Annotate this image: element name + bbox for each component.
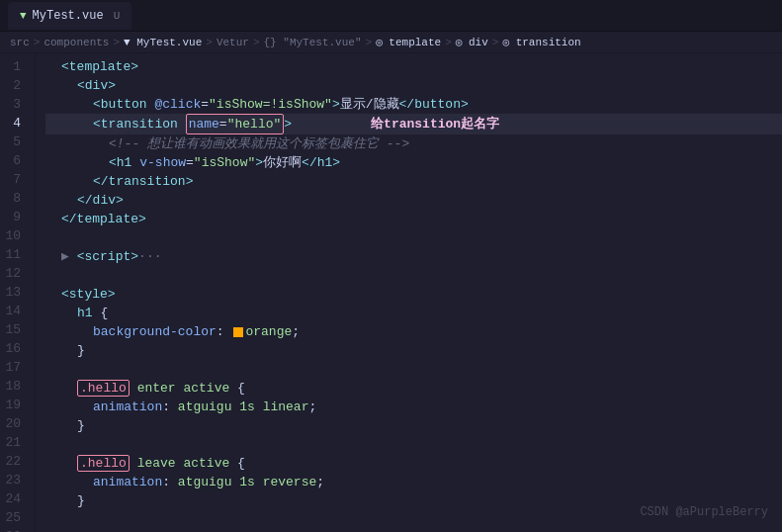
breadcrumb-components: components (43, 37, 109, 48)
code-area: <template> <div> <button @click="isShow=… (36, 53, 782, 532)
breadcrumb-transition: ◎ transition (502, 36, 580, 48)
tab[interactable]: ▼ MyTest.vue U (8, 2, 131, 30)
breadcrumb-div: ◎ div (456, 36, 488, 48)
code-line-18: .hello enter active { (45, 379, 782, 398)
code-line-14: h1 { (45, 304, 782, 322)
code-line-10 (45, 228, 782, 247)
annotation-text: 给transition起名字 (371, 115, 499, 133)
code-line-8: </div> (45, 191, 782, 210)
tab-v-icon: ▼ (20, 10, 27, 22)
line-numbers: 1 2 3 4 5 6 7 8 9 10 11 12 13 14 15 16 1… (0, 53, 36, 532)
code-line-2: <div> (45, 76, 782, 95)
breadcrumb-file: ▼ MyTest.vue (124, 37, 202, 48)
code-line-13: <style> (45, 285, 782, 304)
code-line-9: </template> (45, 210, 782, 228)
color-swatch-orange (233, 327, 243, 337)
breadcrumb: src > components > ▼ MyTest.vue > Vetur … (0, 32, 782, 53)
code-line-15: background-color: orange; (45, 322, 782, 341)
code-line-19: animation: atguigu 1s linear; (45, 398, 782, 416)
code-line-21 (45, 435, 782, 454)
breadcrumb-vetur: Vetur (217, 37, 249, 48)
code-line-16: } (45, 341, 782, 360)
title-bar: ▼ MyTest.vue U (0, 0, 782, 32)
code-line-7: </transition> (45, 172, 782, 191)
code-line-5: <!-- 想让谁有动画效果就用这个标签包裹住它 --> (45, 134, 782, 153)
close-icon[interactable]: U (114, 10, 121, 22)
code-line-6: <h1 v-show="isShow">你好啊</h1> (45, 153, 782, 172)
breadcrumb-template: ◎ template (376, 36, 441, 48)
code-line-20: } (45, 416, 782, 435)
watermark: CSDN @aPurpleBerry (640, 503, 768, 522)
code-line-4: <transition name="hello"> 给transition起名字 (45, 114, 782, 134)
editor: 1 2 3 4 5 6 7 8 9 10 11 12 13 14 15 16 1… (0, 53, 782, 532)
code-line-23: animation: atguigu 1s reverse; (45, 473, 782, 491)
code-line-17 (45, 360, 782, 379)
code-line-11: ▶ <script>··· (45, 247, 782, 266)
tab-filename: MyTest.vue (33, 9, 104, 23)
breadcrumb-quoted: {} "MyTest.vue" (264, 37, 362, 48)
code-line-12 (45, 266, 782, 285)
code-line-22: .hello leave active { (45, 454, 782, 473)
code-line-3: <button @click="isShow=!isShow">显示/隐藏</b… (45, 95, 782, 114)
breadcrumb-src: src (10, 37, 30, 48)
code-line-1: <template> (45, 57, 782, 76)
